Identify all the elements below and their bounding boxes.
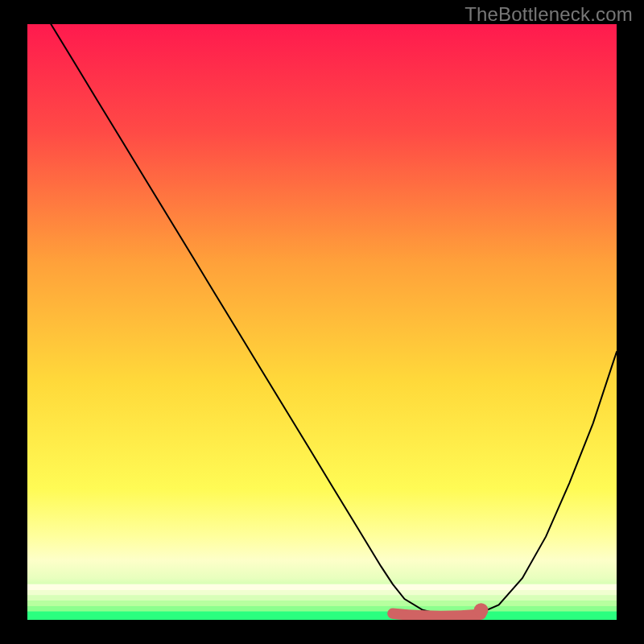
bottom-stripe <box>27 584 617 590</box>
bottom-stripe <box>27 596 617 601</box>
bottom-stripe-group <box>27 584 617 620</box>
bottom-stripe <box>27 601 617 606</box>
watermark-text: TheBottleneck.com <box>464 3 633 26</box>
bottom-stripe <box>27 590 617 596</box>
bottom-stripe <box>27 606 617 612</box>
chart-container <box>27 24 617 620</box>
gradient-bg <box>27 24 617 620</box>
bottom-stripe <box>27 612 617 620</box>
bottleneck-chart <box>27 24 617 620</box>
accent-dot <box>474 603 489 617</box>
accent-flat <box>393 613 481 616</box>
